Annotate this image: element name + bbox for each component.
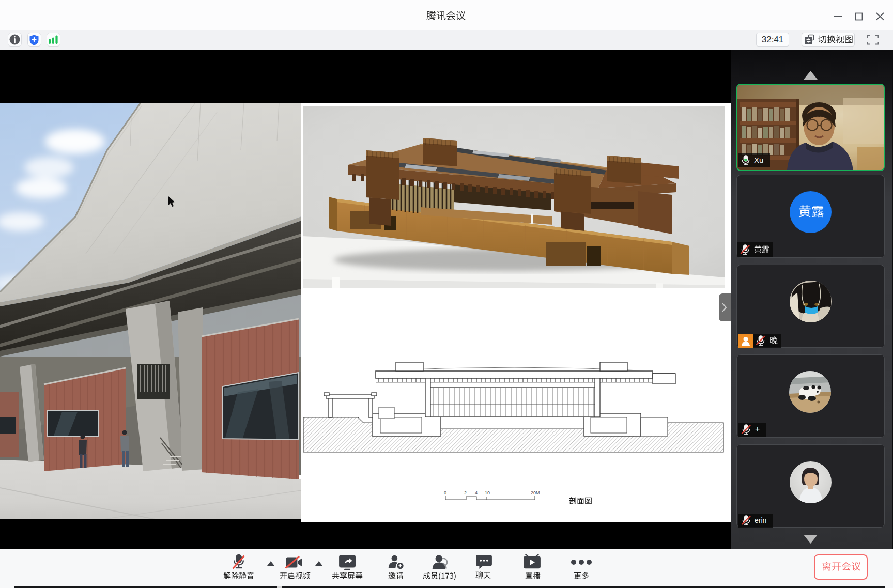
svg-text:2: 2 [464,490,467,496]
svg-text:0: 0 [444,490,446,496]
svg-text:20M: 20M [531,490,540,496]
svg-text:4: 4 [475,490,478,496]
svg-text:10: 10 [485,490,490,496]
